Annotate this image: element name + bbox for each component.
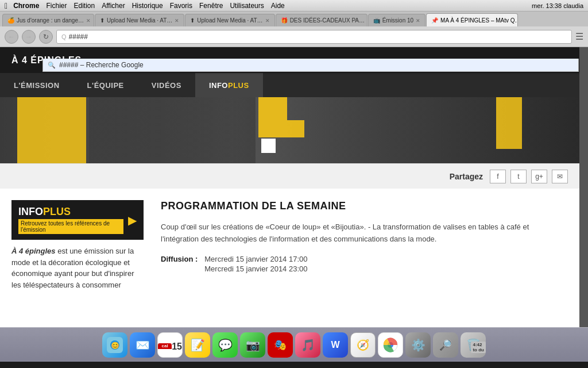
tab-2-icon: ⬆ (190, 17, 195, 24)
tab-0-close[interactable]: ✕ (86, 18, 91, 24)
dock-calendar[interactable]: cal 15 (157, 332, 183, 358)
browser-toolbar: ← → ↻ Q ##### ☰ 🔍 ##### – Recherche Goog… (0, 26, 588, 47)
tab-3-close[interactable]: ✕ (367, 18, 368, 24)
infoplus-text: INFOPLUS Retrouvez toutes les références… (18, 206, 123, 234)
autocomplete-search-icon: 🔍 (48, 62, 56, 69)
autocomplete-item-0[interactable]: 🔍 ##### – Recherche Google (43, 59, 578, 71)
dock-messages[interactable]: 💬 (212, 332, 238, 358)
tab-4[interactable]: 📺 Émission 10 ✕ (368, 14, 425, 26)
nav-equipe[interactable]: L'ÉQUIPE (74, 73, 138, 97)
nav-emission[interactable]: L'ÉMISSION (0, 73, 74, 97)
apple-logo-icon[interactable]:  (5, 1, 7, 10)
hero-yellow-4 (496, 97, 522, 149)
dock-chrome[interactable] (378, 332, 403, 358)
infoplus-title: INFOPLUS (18, 206, 123, 218)
dock-trash[interactable]: 🗑️ 4:42to du (461, 332, 486, 358)
menu-utilisateurs[interactable]: Utilisateurs (230, 2, 264, 10)
main-content: PROGRAMMATION DE LA SEMAINE Coup d'œil s… (161, 200, 568, 315)
tab-1-label: Upload New Media · AT… (107, 17, 172, 24)
menu-chrome[interactable]: Chrome (13, 2, 39, 10)
browser-menu-icon[interactable]: ☰ (575, 31, 583, 42)
right-panel-strip (579, 47, 588, 327)
dock-facetime[interactable]: 📷 (240, 332, 265, 358)
dock-settings[interactable]: ⚙️ (405, 332, 431, 358)
address-bar-icon: Q (61, 33, 67, 40)
infoplus-box[interactable]: INFOPLUS Retrouvez toutes les références… (11, 200, 144, 240)
share-googleplus[interactable]: g+ (531, 170, 547, 183)
dock-spotlight[interactable]: 🔎 (433, 332, 458, 358)
tab-4-close[interactable]: ✕ (416, 18, 420, 24)
sidebar-infoplus: INFOPLUS Retrouvez toutes les références… (11, 200, 144, 315)
share-twitter[interactable]: t (510, 170, 527, 183)
tab-5-active[interactable]: 📌 MA À 4 ÉPINGLES – MAtv Q… ✕ (426, 13, 518, 26)
dock-notes[interactable]: 📝 (185, 332, 210, 358)
back-button[interactable]: ← (5, 30, 18, 44)
nav-videos[interactable]: VIDÉOS (138, 73, 195, 97)
prog-title: PROGRAMMATION DE LA SEMAINE (161, 200, 568, 212)
mac-dock: 😊 ✉️ cal 15 📝 💬 📷 🎭 🎵 W 🧭 ⚙️ 🔎 🗑️ 4:42to… (0, 327, 588, 362)
tab-0-label: Jus d'orange : un dange… (17, 17, 84, 24)
diffusion-date-1: Mercredi 15 janvier 2014 23:00 (204, 264, 307, 273)
browser-chrome: 🍊 Jus d'orange : un dange… ✕ ⬆ Upload Ne… (0, 12, 588, 47)
forward-button[interactable]: → (22, 30, 36, 44)
tab-2-label: Upload New Media · AT… (197, 17, 262, 24)
menubar-right: mer. 13:38 claudia (532, 2, 583, 9)
share-label: Partagez (450, 172, 483, 181)
menu-fichier[interactable]: Fichier (46, 2, 67, 10)
nav-infoplus-pre: INFO (209, 81, 228, 90)
tab-3[interactable]: 🎁 DES IDÉES-CADEAUX PA… ✕ (276, 14, 368, 26)
dock-finder[interactable]: 😊 (102, 332, 127, 358)
tab-2-close[interactable]: ✕ (265, 18, 270, 24)
hero-yellow-2 (258, 97, 287, 137)
menu-afficher[interactable]: Afficher (102, 2, 125, 10)
diffusion-dates: Mercredi 15 janvier 2014 17:00 Mercredi … (204, 255, 307, 273)
infoplus-subtitle: Retrouvez toutes les références de l'émi… (18, 219, 123, 234)
tab-0-icon: 🍊 (7, 17, 14, 24)
svg-text:😊: 😊 (111, 341, 119, 350)
share-email[interactable]: ✉ (552, 170, 568, 183)
share-facebook[interactable]: f (490, 170, 506, 183)
infoplus-post: PLUS (43, 206, 71, 217)
tab-1[interactable]: ⬆ Upload New Media · AT… ✕ (95, 14, 184, 26)
infoplus-pre: INFO (18, 206, 43, 217)
menu-favoris[interactable]: Favoris (170, 2, 192, 10)
prog-description: Coup d'œil sur les créations de «Coeur d… (161, 221, 568, 246)
menu-aide[interactable]: Aide (271, 2, 285, 10)
tab-5-icon: 📌 (431, 17, 438, 24)
dock-time-badge: 4:42to du (471, 342, 486, 353)
dock-itunes[interactable]: 🎵 (295, 332, 320, 358)
page-content: À 4 ÉPINGLES L'ÉMISSION L'ÉQUIPE VIDÉOS … (0, 47, 588, 327)
tab-3-icon: 🎁 (281, 17, 288, 24)
reload-button[interactable]: ↻ (39, 30, 53, 44)
autocomplete-text: ##### – Recherche Google (59, 61, 144, 69)
menu-fenetre[interactable]: Fenêtre (199, 2, 223, 10)
content-section: INFOPLUS Retrouvez toutes les références… (0, 189, 579, 315)
hero-yellow-1 (17, 97, 86, 163)
tab-bar: 🍊 Jus d'orange : un dange… ✕ ⬆ Upload Ne… (0, 12, 588, 26)
website: À 4 ÉPINGLES L'ÉMISSION L'ÉQUIPE VIDÉOS … (0, 47, 579, 327)
site-nav: L'ÉMISSION L'ÉQUIPE VIDÉOS INFOPLUS (0, 73, 579, 97)
dock-app2[interactable]: W (323, 332, 348, 358)
tab-0[interactable]: 🍊 Jus d'orange : un dange… ✕ (2, 14, 94, 26)
autocomplete-dropdown[interactable]: 🔍 ##### – Recherche Google (42, 59, 579, 72)
dock-safari[interactable]: 🧭 (350, 332, 376, 358)
diffusion-row: Diffusion : Mercredi 15 janvier 2014 17:… (161, 255, 568, 273)
sidebar-em: À 4 épingles (11, 247, 56, 255)
diffusion-date-0: Mercredi 15 janvier 2014 17:00 (204, 255, 307, 263)
menubar-datetime: mer. 13:38 claudia (532, 2, 583, 9)
tab-1-close[interactable]: ✕ (175, 18, 179, 24)
tab-1-icon: ⬆ (100, 17, 105, 24)
infoplus-arrow-icon: ▶ (128, 213, 137, 227)
diffusion-label: Diffusion : (161, 255, 198, 273)
address-bar[interactable]: Q ##### (56, 30, 572, 44)
tab-4-icon: 📺 (373, 17, 380, 24)
menu-historique[interactable]: Historique (132, 2, 163, 10)
hero-yellow-3 (287, 120, 304, 137)
tab-4-label: Émission 10 (382, 17, 413, 24)
menu-edition[interactable]: Edition (74, 2, 95, 10)
nav-infoplus[interactable]: INFOPLUS (195, 73, 263, 97)
dock-app1[interactable]: 🎭 (268, 332, 293, 358)
address-input[interactable]: ##### (69, 33, 567, 41)
tab-2[interactable]: ⬆ Upload New Media · AT… ✕ (185, 14, 274, 26)
dock-mail[interactable]: ✉️ (130, 332, 155, 358)
